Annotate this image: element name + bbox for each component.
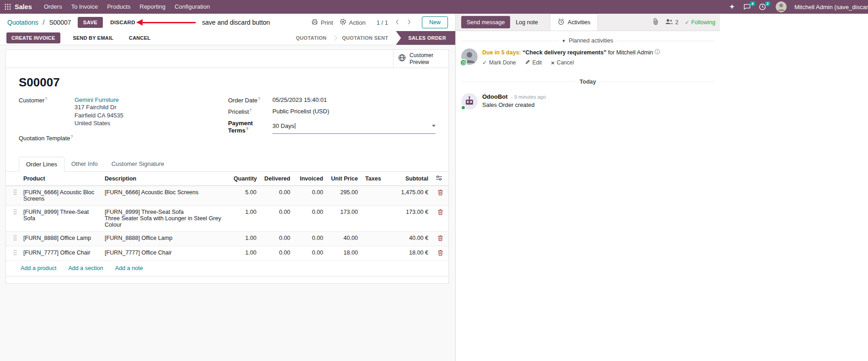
cell-invoiced[interactable]: 0.00 (294, 246, 327, 260)
order-line-row[interactable]: [FURN_6666] Acoustic Bloc Screens [FURN_… (6, 186, 448, 205)
cell-unit-price[interactable]: 18.00 (327, 246, 362, 260)
pager-next-button[interactable] (406, 19, 412, 26)
cell-invoiced[interactable]: 0.00 (294, 205, 327, 231)
send-message-button[interactable]: Send message (461, 16, 510, 28)
tab-order-lines[interactable]: Order Lines (19, 157, 64, 172)
breadcrumb-quotations[interactable]: Quotations (7, 19, 38, 26)
cell-invoiced[interactable]: 0.00 (294, 186, 327, 205)
following-button[interactable]: ✓ Following (685, 19, 715, 26)
activities-tab[interactable]: Activities (550, 14, 598, 31)
info-icon[interactable] (655, 49, 660, 56)
send-by-email-button[interactable]: SEND BY EMAIL (70, 35, 117, 41)
cell-quantity[interactable]: 5.00 (230, 186, 260, 205)
apps-grid-icon[interactable] (5, 4, 11, 10)
cell-product[interactable]: [FURN_6666] Acoustic Bloc Screens (20, 186, 101, 205)
tab-other-info[interactable]: Other Info (64, 157, 105, 171)
cell-product[interactable]: [FURN_8888] Office Lamp (20, 231, 101, 246)
col-description[interactable]: Description (101, 172, 230, 186)
cell-subtotal[interactable]: 40.00 € (388, 231, 432, 246)
status-quotation[interactable]: QUOTATION (288, 31, 334, 45)
cell-description[interactable]: [FURN_8888] Office Lamp (101, 231, 230, 246)
message-author[interactable]: OdooBot (482, 93, 508, 100)
planned-activities-toggle[interactable]: ▾ Planned activities (461, 37, 714, 44)
user-avatar[interactable] (776, 1, 787, 12)
add-section-link[interactable]: Add a section (68, 265, 103, 271)
discard-button[interactable]: DISCARD (107, 19, 138, 26)
log-note-button[interactable]: Log note (510, 19, 543, 26)
cell-product[interactable]: [FURN_7777] Office Chair (20, 246, 101, 260)
cell-invoiced[interactable]: 0.00 (294, 231, 327, 246)
delete-row-icon[interactable] (437, 209, 443, 215)
payment-terms-field[interactable]: 30 Days (272, 120, 436, 134)
col-subtotal[interactable]: Subtotal (388, 172, 432, 186)
sparkle-icon[interactable] (729, 4, 735, 11)
drag-handle-icon[interactable] (13, 236, 17, 242)
mark-done-button[interactable]: ✓ Mark Done (482, 59, 516, 66)
col-quantity[interactable]: Quantity (230, 172, 260, 186)
pager-previous-button[interactable] (394, 19, 400, 26)
cell-delivered[interactable]: 0.00 (260, 246, 294, 260)
quotation-template-field[interactable] (75, 134, 228, 142)
cancel-button[interactable]: CANCEL (126, 35, 153, 41)
drag-handle-icon[interactable] (13, 190, 17, 196)
create-invoice-button[interactable]: CREATE INVOICE (6, 32, 60, 43)
cell-subtotal[interactable]: 18.00 € (388, 246, 432, 260)
pricelist-field[interactable]: Public Pricelist (USD) (272, 108, 436, 115)
cell-unit-price[interactable]: 40.00 (327, 231, 362, 246)
cell-delivered[interactable]: 0.00 (260, 205, 294, 231)
add-product-link[interactable]: Add a product (21, 265, 56, 271)
user-name[interactable]: Mitchell Admin (save_discar (794, 4, 868, 11)
drag-handle-icon[interactable] (13, 210, 17, 216)
status-quotation-sent[interactable]: QUOTATION SENT (334, 31, 396, 45)
cancel-activity-button[interactable]: × Cancel (551, 59, 574, 66)
order-line-row[interactable]: [FURN_8999] Three-Seat Sofa [FURN_8999] … (6, 205, 448, 231)
delete-row-icon[interactable] (437, 189, 443, 196)
print-button[interactable]: Print (311, 19, 333, 27)
col-product[interactable]: Product (20, 172, 101, 186)
menu-reporting[interactable]: Reporting (135, 0, 170, 14)
activities-clock-icon[interactable]: 2 (759, 3, 766, 11)
col-invoiced[interactable]: Invoiced (294, 172, 327, 186)
cell-delivered[interactable]: 0.00 (260, 231, 294, 246)
cell-subtotal[interactable]: 1,475.00 € (388, 186, 432, 205)
customer-link[interactable]: Gemini Furniture (75, 96, 119, 103)
activity-avatar[interactable] (461, 48, 478, 65)
delete-row-icon[interactable] (437, 250, 443, 256)
tab-customer-signature[interactable]: Customer Signature (105, 157, 171, 171)
menu-products[interactable]: Products (102, 0, 135, 14)
cell-description[interactable]: [FURN_7777] Office Chair (101, 246, 230, 260)
menu-to-invoice[interactable]: To Invoice (67, 0, 103, 14)
customer-preview-button[interactable]: Customer Preview (393, 50, 448, 68)
cell-description[interactable]: [FURN_8999] Three-Seat SofaThree Seater … (101, 205, 230, 231)
edit-activity-button[interactable]: Edit (525, 59, 542, 66)
cell-unit-price[interactable]: 173.00 (327, 205, 362, 231)
cell-delivered[interactable]: 0.00 (260, 186, 294, 205)
new-button[interactable]: New (422, 16, 448, 28)
app-name[interactable]: Sales (15, 3, 32, 11)
messages-icon[interactable]: 4 (743, 3, 751, 11)
order-line-row[interactable]: [FURN_8888] Office Lamp [FURN_8888] Offi… (6, 231, 448, 246)
status-sales-order[interactable]: SALES ORDER (396, 31, 455, 45)
save-button[interactable]: SAVE (78, 17, 103, 28)
order-date-field[interactable]: 05/25/2023 15:40:01 (272, 96, 436, 104)
cell-taxes[interactable] (362, 186, 388, 205)
cell-quantity[interactable]: 1.00 (230, 231, 260, 246)
cell-unit-price[interactable]: 295.00 (327, 186, 362, 205)
cell-description[interactable]: [FURN_6666] Acoustic Bloc Screens (101, 186, 230, 205)
order-line-row[interactable]: [FURN_7777] Office Chair [FURN_7777] Off… (6, 246, 448, 260)
dropdown-caret-icon[interactable] (432, 125, 436, 127)
attachments-button[interactable] (652, 18, 659, 27)
cell-taxes[interactable] (362, 231, 388, 246)
col-taxes[interactable]: Taxes (362, 172, 388, 186)
col-delivered[interactable]: Delivered (260, 172, 294, 186)
menu-configuration[interactable]: Configuration (170, 0, 214, 14)
drag-handle-icon[interactable] (13, 250, 17, 257)
add-note-link[interactable]: Add a note (115, 265, 143, 271)
col-unit-price[interactable]: Unit Price (327, 172, 362, 186)
cell-quantity[interactable]: 1.00 (230, 246, 260, 260)
cell-subtotal[interactable]: 173.00 € (388, 205, 432, 231)
cell-product[interactable]: [FURN_8999] Three-Seat Sofa (20, 205, 101, 231)
followers-button[interactable]: 2 (665, 18, 678, 26)
cell-quantity[interactable]: 1.00 (230, 205, 260, 231)
delete-row-icon[interactable] (437, 235, 443, 241)
